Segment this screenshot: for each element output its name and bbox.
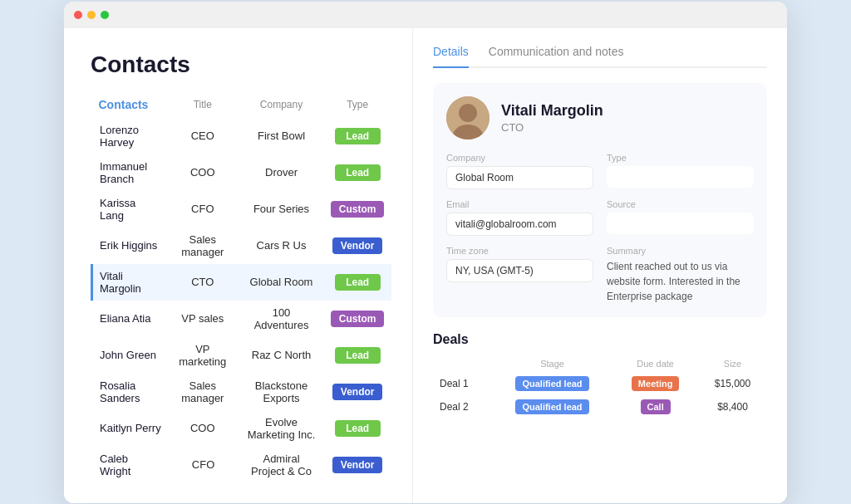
summary-label: Summary bbox=[607, 246, 754, 256]
contacts-table: Contacts Title Company Type Lorenzo Harv… bbox=[91, 95, 392, 483]
type-value: Lead bbox=[607, 166, 754, 188]
deal-stage: Qualified lead bbox=[492, 395, 612, 418]
fields-grid: Company Global Room Type Lead Email vita… bbox=[446, 153, 754, 304]
contact-header: Vitali Margolin CTO bbox=[446, 96, 754, 139]
page-title: Contacts bbox=[91, 51, 392, 78]
contact-type-cell: Vendor bbox=[324, 228, 391, 264]
type-badge: Lead bbox=[335, 274, 381, 291]
contact-type-cell: Lead bbox=[324, 337, 391, 374]
contact-card: Vitali Margolin CTO Company Global Room … bbox=[433, 83, 767, 317]
contact-title-cell: Sales manager bbox=[168, 374, 239, 410]
browser-bar bbox=[64, 2, 787, 28]
contact-company-cell: 100 Adventures bbox=[239, 301, 324, 337]
tab-communication[interactable]: Communication and notes bbox=[489, 45, 624, 68]
deal-col-due: Due date bbox=[612, 355, 698, 372]
type-badge: Lead bbox=[335, 128, 381, 144]
timezone-value: NY, USA (GMT-5) bbox=[446, 259, 593, 282]
avatar bbox=[446, 96, 489, 139]
contact-name-cell: Immanuel Branch bbox=[92, 154, 168, 191]
deals-section: Deals Stage Due date Size Deal 1 Qualifi… bbox=[433, 332, 767, 418]
deal-due: Call bbox=[612, 395, 698, 418]
contact-type-cell: Lead bbox=[324, 154, 391, 191]
right-panel: Details Communication and notes V bbox=[413, 28, 787, 503]
table-row[interactable]: Erik Higgins Sales manager Cars R Us Ven… bbox=[92, 228, 391, 264]
col-type: Type bbox=[324, 95, 391, 118]
tab-details[interactable]: Details bbox=[433, 45, 469, 68]
timezone-field: Time zone NY, USA (GMT-5) bbox=[446, 246, 593, 304]
contact-type-cell: Custom bbox=[324, 191, 391, 228]
contact-company-cell: Evolve Marketing Inc. bbox=[239, 410, 324, 447]
table-row[interactable]: Caleb Wright CFO Admiral Project & Co Ve… bbox=[92, 447, 391, 483]
contact-title-cell: CFO bbox=[168, 191, 239, 228]
deal-stage: Qualified lead bbox=[492, 372, 612, 395]
deal-col-size: Size bbox=[698, 355, 767, 372]
table-row[interactable]: Kaitlyn Perry COO Evolve Marketing Inc. … bbox=[92, 410, 391, 447]
type-badge: Lead bbox=[335, 420, 381, 437]
maximize-dot bbox=[101, 11, 109, 19]
source-field: Source Form bbox=[607, 199, 754, 236]
contact-type-cell: Lead bbox=[324, 264, 391, 301]
contact-title-cell: CTO bbox=[168, 264, 239, 301]
contact-type-cell: Vendor bbox=[324, 374, 391, 410]
contact-name: Vitali Margolin bbox=[501, 102, 603, 120]
table-row[interactable]: Vitali Margolin CTO Global Room Lead bbox=[92, 264, 391, 301]
type-label: Type bbox=[607, 153, 754, 163]
table-row[interactable]: Immanuel Branch COO Drover Lead bbox=[92, 154, 391, 191]
type-badge: Custom bbox=[331, 311, 385, 327]
deals-title: Deals bbox=[433, 332, 767, 347]
tabs-bar: Details Communication and notes bbox=[433, 45, 767, 68]
contact-name-cell: Lorenzo Harvey bbox=[92, 118, 168, 154]
email-field: Email vitali@globalroom.com bbox=[446, 199, 593, 236]
contact-title-cell: VP sales bbox=[168, 301, 239, 337]
email-value: vitali@globalroom.com bbox=[446, 213, 593, 236]
main-content: Contacts Contacts Title Company Type Lor… bbox=[64, 28, 787, 503]
contact-title-cell: COO bbox=[168, 154, 239, 191]
deal-name: Deal 1 bbox=[433, 372, 492, 395]
table-row[interactable]: Karissa Lang CFO Four Series Custom bbox=[92, 191, 391, 228]
timezone-label: Time zone bbox=[446, 246, 593, 256]
deal-size: $8,400 bbox=[698, 395, 767, 418]
table-row[interactable]: Lorenzo Harvey CEO First Bowl Lead bbox=[92, 118, 391, 154]
deal-row[interactable]: Deal 2 Qualified lead Call $8,400 bbox=[433, 395, 767, 418]
contact-name-cell: Kaitlyn Perry bbox=[92, 410, 168, 447]
contact-title-cell: CEO bbox=[168, 118, 239, 154]
contact-name-cell: Eliana Atia bbox=[92, 301, 168, 337]
contact-company-cell: Global Room bbox=[239, 264, 324, 301]
contact-company-cell: First Bowl bbox=[239, 118, 324, 154]
contact-title-cell: VP marketing bbox=[168, 337, 239, 374]
deal-row[interactable]: Deal 1 Qualified lead Meeting $15,000 bbox=[433, 372, 767, 395]
left-panel: Contacts Contacts Title Company Type Lor… bbox=[64, 28, 413, 503]
deal-name: Deal 2 bbox=[433, 395, 492, 418]
contact-name-cell: Rosalia Sanders bbox=[92, 374, 168, 410]
contact-type-cell: Vendor bbox=[324, 447, 391, 483]
table-row[interactable]: John Green VP marketing Raz C North Lead bbox=[92, 337, 391, 374]
contact-title-cell: COO bbox=[168, 410, 239, 447]
contact-company-cell: Blackstone Exports bbox=[239, 374, 324, 410]
contact-name-group: Vitali Margolin CTO bbox=[501, 102, 603, 134]
svg-point-1 bbox=[459, 104, 477, 122]
deal-size: $15,000 bbox=[698, 372, 767, 395]
type-badge: Custom bbox=[331, 201, 385, 218]
table-row[interactable]: Eliana Atia VP sales 100 Adventures Cust… bbox=[92, 301, 391, 337]
summary-field: Summary Client reached out to us via web… bbox=[607, 246, 754, 304]
deal-col-stage: Stage bbox=[492, 355, 612, 372]
table-row[interactable]: Rosalia Sanders Sales manager Blackstone… bbox=[92, 374, 391, 410]
type-badge: Vendor bbox=[332, 457, 383, 473]
company-label: Company bbox=[446, 153, 593, 163]
close-dot bbox=[74, 11, 82, 19]
company-field: Company Global Room bbox=[446, 153, 593, 189]
contact-name-cell: Erik Higgins bbox=[92, 228, 168, 264]
col-company: Company bbox=[239, 95, 324, 118]
contact-type-cell: Custom bbox=[324, 301, 391, 337]
deals-table: Stage Due date Size Deal 1 Qualified lea… bbox=[433, 355, 767, 418]
source-label: Source bbox=[607, 199, 754, 209]
company-value: Global Room bbox=[446, 166, 593, 189]
contact-type-cell: Lead bbox=[324, 410, 391, 447]
type-field: Type Lead bbox=[607, 153, 754, 189]
summary-value: Client reached out to us via website for… bbox=[607, 259, 754, 304]
minimize-dot bbox=[87, 11, 96, 19]
browser-window: Contacts Contacts Title Company Type Lor… bbox=[64, 2, 787, 503]
contact-name-cell: Vitali Margolin bbox=[92, 264, 168, 301]
col-title: Title bbox=[168, 95, 239, 118]
contact-company-cell: Cars R Us bbox=[239, 228, 324, 264]
